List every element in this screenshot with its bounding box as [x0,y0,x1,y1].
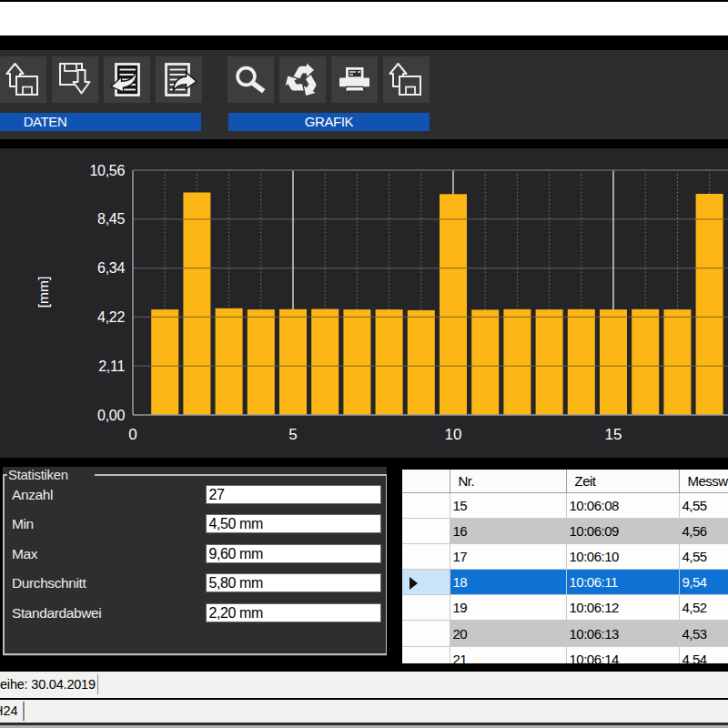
svg-text:4,22: 4,22 [97,309,125,325]
svg-text:0: 0 [128,426,136,443]
svg-text:10: 10 [445,426,462,443]
svg-text:0,00: 0,00 [97,408,125,423]
svg-text:5: 5 [288,426,297,443]
svg-text:10,56: 10,56 [89,163,125,178]
svg-text:6,34: 6,34 [97,260,125,276]
svg-text:15: 15 [605,426,622,443]
svg-text:8,45: 8,45 [97,211,125,227]
svg-text:2,11: 2,11 [98,359,125,374]
svg-text:[mm]: [mm] [35,277,51,308]
